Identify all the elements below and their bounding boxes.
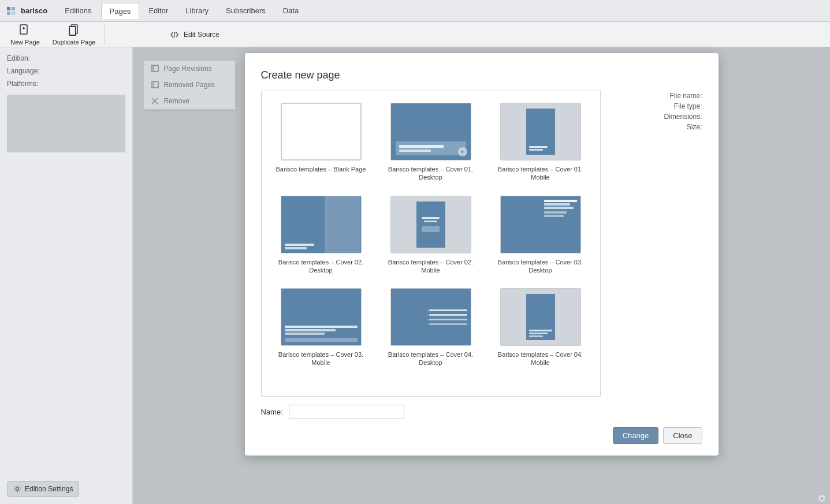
svg-point-15 — [16, 488, 19, 491]
change-button[interactable]: Change — [613, 427, 659, 444]
template-thumb-cover06 — [500, 288, 581, 346]
duplicate-page-icon — [67, 24, 81, 38]
template-name-cover01-desktop: Barisco templates – Cover 01. Desktop — [381, 165, 481, 182]
main-content: Create new page Barisco templates – Blan… — [133, 47, 830, 504]
app-name: barisco — [21, 6, 47, 15]
file-type-row: File type: — [610, 101, 702, 111]
size-row: Size: — [610, 122, 702, 132]
template-name-blank: Barisco templates – Blank Page — [276, 165, 366, 173]
name-input[interactable] — [289, 405, 404, 419]
toolbar: New Page Duplicate Page Page Revisions — [0, 22, 830, 47]
language-label: Language: — [7, 67, 125, 75]
template-name-cover02-desktop: Barisco templates – Cover 02. Desktop — [271, 258, 371, 275]
app-logo: barisco — [5, 5, 47, 17]
template-thumb-cover02-mobile — [390, 196, 471, 253]
edit-source-label: Edit Source — [184, 31, 219, 39]
template-name-cover06: Barisco templates – Cover 04. Mobile — [490, 350, 591, 367]
nav-tab-library[interactable]: Library — [177, 3, 217, 18]
template-blank[interactable]: Barisco templates – Blank Page — [266, 96, 376, 189]
sidebar-preview — [7, 95, 125, 152]
template-thumb-blank — [281, 103, 362, 160]
template-grid: Barisco templates – Blank Page — [262, 91, 600, 379]
nav-tab-editor[interactable]: Editor — [140, 3, 176, 18]
template-cover01-desktop[interactable]: ▼ Barisco templates – Cover 01. Desktop — [376, 96, 486, 189]
duplicate-page-button[interactable]: Duplicate Page — [47, 21, 102, 48]
edit-source-icon — [170, 30, 179, 39]
modal-title: Create new page — [261, 69, 702, 81]
main-layout: Edition: Language: Platforms: Edition Se… — [0, 47, 830, 504]
name-label: Name: — [261, 408, 283, 416]
template-thumb-cover04 — [281, 288, 362, 346]
gear-icon — [13, 485, 21, 493]
template-thumb-cover05: › › › › — [390, 288, 471, 346]
edit-source-area: Edit Source — [159, 22, 230, 47]
template-name-cover03-desktop: Barisco templates – Cover 03. Desktop — [490, 258, 591, 275]
edit-source-button[interactable]: Edit Source — [165, 28, 224, 42]
modal-overlay: Create new page Barisco templates – Blan… — [133, 47, 830, 504]
nav-tab-editions[interactable]: Editions — [57, 3, 99, 18]
platforms-label: Platforms: — [7, 80, 125, 88]
template-cover06[interactable]: Barisco templates – Cover 04. Mobile — [486, 281, 595, 374]
template-name-cover04: Barisco templates – Cover 03. Mobile — [271, 350, 371, 367]
template-thumb-cover01-mobile — [500, 103, 581, 160]
name-row: Name: — [261, 405, 702, 419]
nav-tab-pages[interactable]: Pages — [101, 3, 140, 19]
template-name-cover05: Barisco templates – Cover 04. Desktop — [381, 350, 481, 367]
sidebar: Edition: Language: Platforms: Edition Se… — [0, 47, 133, 504]
file-name-label: File name: — [669, 92, 702, 100]
top-bar: barisco Editions Pages Editor Library Su… — [0, 0, 830, 22]
duplicate-page-label: Duplicate Page — [53, 39, 96, 46]
template-thumb-cover01-desktop: ▼ — [390, 103, 471, 160]
svg-line-14 — [174, 32, 175, 38]
create-page-modal: Create new page Barisco templates – Blan… — [245, 53, 719, 456]
dimensions-label: Dimensions: — [664, 113, 702, 121]
template-grid-container[interactable]: Barisco templates – Blank Page — [261, 91, 601, 397]
logo-icon — [5, 5, 17, 17]
template-thumb-cover02-desktop — [281, 196, 362, 253]
new-page-icon — [18, 24, 32, 38]
nav-tab-subscribers[interactable]: Subscribers — [218, 3, 274, 18]
edition-label: Edition: — [7, 54, 125, 62]
template-cover04[interactable]: Barisco templates – Cover 03. Mobile — [266, 281, 376, 374]
close-button[interactable]: Close — [663, 427, 702, 444]
template-cover02-desktop[interactable]: Barisco templates – Cover 02. Desktop — [266, 189, 376, 282]
edition-settings-button[interactable]: Edition Settings — [7, 481, 79, 497]
nav-tabs: Editions Pages Editor Library Subscriber… — [57, 3, 307, 19]
file-type-label: File type: — [674, 102, 702, 110]
new-page-button[interactable]: New Page — [5, 21, 46, 48]
svg-rect-4 — [69, 27, 76, 35]
template-cover05[interactable]: › › › › Barisco templates – Cover 04. De… — [376, 281, 486, 374]
size-label: Size: — [687, 123, 702, 131]
toolbar-separator-1 — [105, 25, 105, 44]
template-cover03-desktop[interactable]: ▼ Barisco templates – Cover 03. Desktop — [486, 189, 595, 282]
template-name-cover02-mobile: Barisco templates – Cover 02. Mobile — [381, 258, 481, 275]
nav-tab-data[interactable]: Data — [275, 3, 307, 18]
dimensions-row: Dimensions: — [610, 111, 702, 122]
template-name-cover01-mobile: Barisco templates – Cover 01. Mobile — [490, 165, 591, 182]
modal-footer: Change Close — [261, 427, 702, 444]
template-thumb-cover03-desktop: ▼ — [500, 196, 581, 253]
new-page-label: New Page — [10, 39, 40, 46]
template-area: Barisco templates – Blank Page — [261, 91, 702, 397]
template-cover02-mobile[interactable]: Barisco templates – Cover 02. Mobile — [376, 189, 486, 282]
edition-settings-label: Edition Settings — [25, 485, 73, 493]
info-panel: File name: File type: Dimensions: Size: — [610, 91, 702, 397]
template-cover01-mobile[interactable]: Barisco templates – Cover 01. Mobile — [486, 96, 595, 189]
file-name-row: File name: — [610, 91, 702, 101]
